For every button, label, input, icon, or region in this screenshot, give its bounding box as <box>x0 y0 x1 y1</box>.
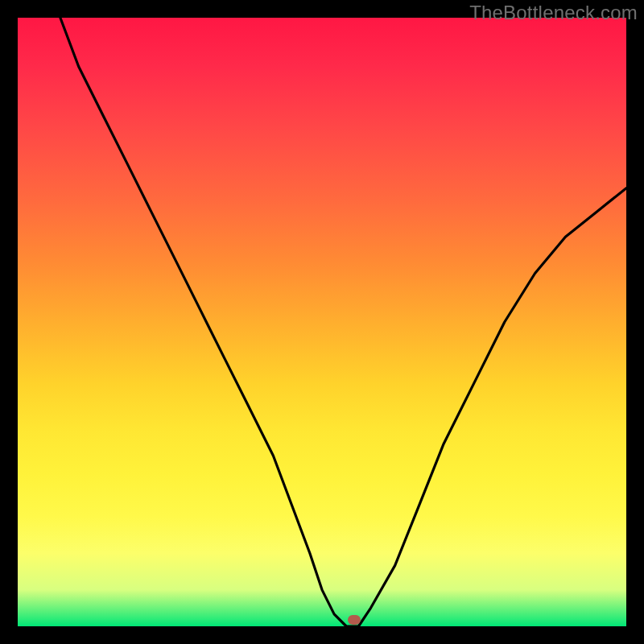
bottleneck-curve <box>18 18 626 626</box>
plot-area <box>18 18 626 626</box>
optimal-point-marker <box>348 615 361 625</box>
chart-frame: TheBottleneck.com <box>0 0 644 644</box>
watermark-text: TheBottleneck.com <box>469 2 638 24</box>
